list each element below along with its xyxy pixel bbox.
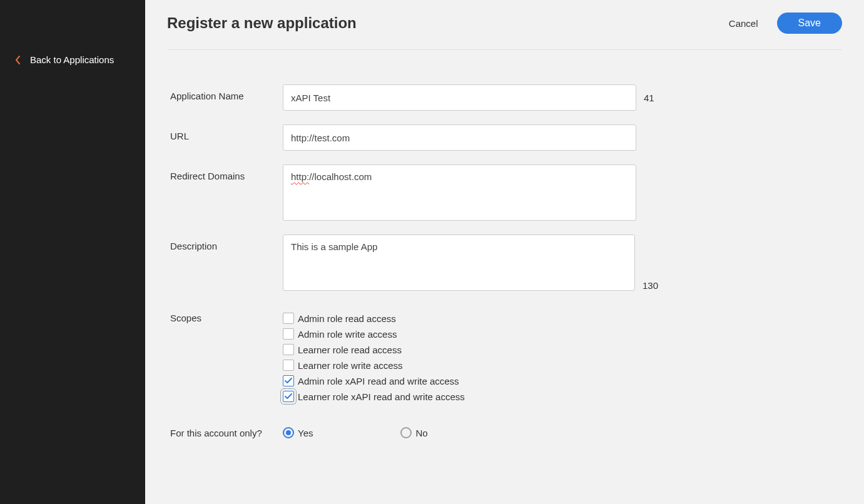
label-account-only: For this account only? — [167, 428, 283, 438]
scopes-checkbox-list: Admin role read accessAdmin role write a… — [283, 313, 465, 402]
redirect-value-suffix: //localhost.com — [309, 171, 372, 182]
main-content: Register a new application Cancel Save A… — [145, 0, 864, 504]
sidebar: Back to Applications — [0, 0, 145, 504]
scope-checkbox-label: Learner role read access — [298, 345, 402, 355]
application-name-input[interactable] — [283, 84, 636, 111]
app-root: Back to Applications Register a new appl… — [0, 0, 864, 504]
checkbox-unchecked-icon — [283, 360, 294, 371]
radio-no-label: No — [415, 428, 427, 438]
scope-checkbox-label: Admin role write access — [298, 329, 397, 340]
checkbox-unchecked-icon — [283, 328, 294, 340]
radio-dot-icon — [400, 427, 412, 438]
field-application-name: 41 — [283, 84, 658, 111]
scope-checkbox-2[interactable]: Learner role read access — [283, 344, 465, 355]
scope-checkbox-label: Learner role write access — [298, 360, 403, 371]
row-url: URL — [167, 124, 842, 151]
row-scopes: Scopes Admin role read accessAdmin role … — [167, 313, 842, 402]
back-to-applications-link[interactable]: Back to Applications — [0, 47, 145, 73]
label-description: Description — [167, 234, 283, 251]
chevron-left-icon — [16, 56, 21, 64]
scope-checkbox-label: Admin role xAPI read and write access — [298, 376, 459, 386]
checkbox-unchecked-icon — [283, 344, 294, 355]
redirect-domains-input[interactable]: http://localhost.com — [283, 164, 636, 221]
redirect-value-prefix: http: — [291, 171, 309, 182]
checkbox-checked-icon — [283, 375, 294, 386]
scope-checkbox-label: Learner role xAPI read and write access — [298, 391, 465, 402]
row-description: Description 130 — [167, 234, 842, 291]
scope-checkbox-5[interactable]: Learner role xAPI read and write access — [283, 391, 465, 402]
page-title: Register a new application — [167, 14, 357, 32]
label-scopes: Scopes — [167, 313, 283, 323]
scope-checkbox-1[interactable]: Admin role write access — [283, 328, 465, 340]
scope-checkbox-3[interactable]: Learner role write access — [283, 360, 465, 371]
field-url — [283, 124, 658, 151]
scope-checkbox-0[interactable]: Admin role read access — [283, 313, 465, 324]
page-header: Register a new application Cancel Save — [167, 6, 842, 50]
label-url: URL — [167, 124, 283, 141]
cancel-button[interactable]: Cancel — [729, 18, 758, 29]
description-input[interactable] — [283, 234, 635, 291]
url-input[interactable] — [283, 124, 636, 151]
scope-checkbox-4[interactable]: Admin role xAPI read and write access — [283, 375, 465, 386]
scope-checkbox-label: Admin role read access — [298, 313, 396, 324]
label-redirect-domains: Redirect Domains — [167, 164, 283, 181]
radio-yes-label: Yes — [298, 428, 313, 438]
radio-account-only-yes[interactable]: Yes — [283, 427, 313, 438]
description-counter: 130 — [643, 280, 658, 291]
row-redirect-domains: Redirect Domains http://localhost.com — [167, 164, 842, 221]
field-description: 130 — [283, 234, 658, 291]
radio-account-only-no[interactable]: No — [400, 427, 427, 438]
back-link-label: Back to Applications — [30, 54, 114, 65]
header-actions: Cancel Save — [729, 13, 842, 34]
row-account-only: For this account only? Yes No — [167, 427, 842, 438]
checkbox-checked-icon — [283, 391, 294, 402]
radio-dot-icon — [283, 427, 294, 438]
application-name-counter: 41 — [644, 93, 654, 103]
account-only-radio-group: Yes No — [283, 427, 428, 438]
field-redirect-domains: http://localhost.com — [283, 164, 658, 221]
checkbox-unchecked-icon — [283, 313, 294, 324]
label-application-name: Application Name — [167, 84, 283, 101]
save-button[interactable]: Save — [777, 13, 842, 34]
row-application-name: Application Name 41 — [167, 84, 842, 111]
